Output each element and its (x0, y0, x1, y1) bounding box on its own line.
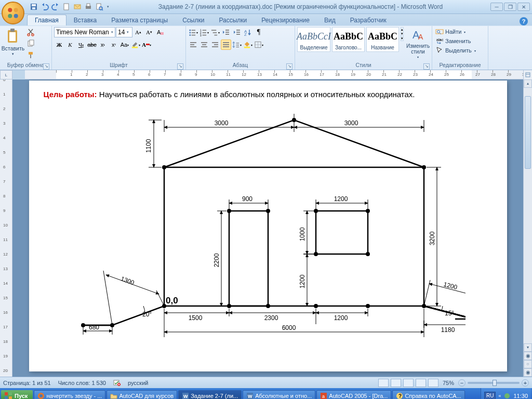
replace-button[interactable]: abacЗаменить (434, 36, 472, 46)
font-launcher[interactable]: ↘ (177, 63, 183, 70)
view-print-layout[interactable] (378, 379, 389, 387)
style-title[interactable]: AaBbCНазвание (366, 27, 399, 52)
change-case-button[interactable]: Aa▾ (119, 39, 130, 50)
tab-layout[interactable]: Разметка страницы (104, 15, 175, 25)
taskbar-folder[interactable]: AutoCAD для курсов (107, 390, 177, 400)
line-spacing-button[interactable]: ▾ (232, 39, 242, 50)
taskbar-firefox[interactable]: начертить звезду - ... (34, 390, 105, 400)
scroll-down-button[interactable]: ▾ (524, 343, 532, 352)
clear-formatting-button[interactable]: A (155, 27, 165, 37)
shrink-font-button[interactable]: A▾ (144, 27, 154, 37)
minimize-button[interactable]: ─ (490, 3, 503, 11)
highlight-button[interactable]: ▾ (130, 39, 141, 50)
zoom-slider-knob[interactable] (493, 380, 497, 386)
qat-email-button[interactable] (73, 2, 82, 11)
status-words[interactable]: Число слов: 1 530 (58, 380, 106, 386)
zoom-slider[interactable] (468, 382, 520, 384)
numbering-button[interactable]: 123▾ (199, 27, 209, 37)
redo-button[interactable] (51, 2, 60, 11)
tab-developer[interactable]: Разработчик (343, 15, 394, 25)
bold-button[interactable]: Ж (54, 39, 64, 50)
style-emphasis[interactable]: AaBbCcIВыделение (297, 27, 330, 52)
font-size-combo[interactable]: 14▾ (116, 27, 132, 37)
shading-button[interactable]: ▾ (243, 39, 253, 50)
ruler-corner[interactable]: L (0, 70, 12, 79)
font-color-button[interactable]: A▾ (141, 39, 152, 50)
tab-mailings[interactable]: Рассылки (211, 15, 254, 25)
style-heading[interactable]: AaBbCЗаголово... (332, 27, 365, 52)
office-button[interactable] (2, 2, 24, 24)
view-web-layout[interactable] (403, 379, 414, 387)
change-styles-button[interactable]: AA Изменить стили▾ (405, 27, 431, 60)
qat-new-button[interactable] (62, 2, 71, 11)
view-draft[interactable] (428, 379, 438, 387)
tab-insert[interactable]: Вставка (66, 15, 104, 25)
select-button[interactable]: Выделить▾ (434, 46, 477, 55)
scroll-up-button[interactable]: ▴ (524, 79, 532, 88)
scroll-thumb[interactable] (525, 96, 531, 169)
taskbar-autocad[interactable]: aAutoCAD 2005 - [Dra... (316, 390, 391, 400)
language-indicator[interactable]: RU (484, 392, 496, 399)
tray-icon[interactable] (503, 392, 511, 400)
next-page-button[interactable]: ◉ (524, 368, 532, 377)
vertical-scrollbar[interactable]: ▴ ▾ ◉ ○ ◉ (523, 79, 532, 377)
decrease-indent-button[interactable] (221, 27, 231, 37)
find-button[interactable]: Найти▾ (434, 27, 467, 36)
styles-gallery-more[interactable]: ▴▾▾ (401, 27, 404, 41)
underline-button[interactable]: Ч▾ (76, 39, 86, 50)
tab-home[interactable]: Главная (27, 15, 66, 25)
status-page[interactable]: Страница: 1 из 51 (3, 380, 51, 386)
format-painter-button[interactable] (25, 50, 36, 60)
zoom-in-button[interactable]: + (522, 379, 529, 387)
paste-button[interactable]: Вставить ▾ (2, 27, 24, 57)
view-full-screen[interactable] (391, 379, 401, 387)
show-marks-button[interactable]: ¶ (254, 27, 264, 37)
subscript-button[interactable]: x₂ (98, 39, 108, 50)
zoom-out-button[interactable]: − (458, 379, 466, 387)
cut-button[interactable] (25, 27, 36, 37)
borders-button[interactable]: ▾ (254, 39, 264, 50)
close-button[interactable]: ✕ (517, 3, 530, 11)
undo-button[interactable] (40, 2, 49, 11)
start-button[interactable]: Пуск (1, 390, 33, 400)
status-language[interactable]: русский (128, 380, 148, 386)
copy-button[interactable] (25, 38, 36, 49)
qat-preview-button[interactable] (95, 2, 104, 11)
view-outline[interactable] (416, 379, 426, 387)
taskbar-word-active[interactable]: WЗадание 2-7 (ли... (178, 390, 242, 400)
sort-button[interactable]: AZ (243, 27, 253, 37)
tab-view[interactable]: Вид (317, 15, 343, 25)
qat-quickprint-button[interactable] (84, 2, 93, 11)
paragraph-launcher[interactable]: ↘ (286, 63, 292, 70)
help-icon[interactable]: ? (520, 17, 528, 25)
prev-page-button[interactable]: ◉ (524, 352, 532, 360)
increase-indent-button[interactable] (232, 27, 242, 37)
qat-dropdown[interactable]: ▾ (105, 2, 111, 11)
styles-launcher[interactable]: ↘ (423, 63, 430, 70)
zoom-value[interactable]: 75% (443, 380, 454, 386)
grow-font-button[interactable]: A▴ (133, 27, 143, 37)
tray-expand[interactable]: « (498, 393, 501, 398)
strikethrough-button[interactable]: abc (87, 39, 97, 50)
restore-button[interactable]: ❐ (504, 3, 516, 11)
align-right-button[interactable] (210, 39, 220, 50)
align-left-button[interactable] (188, 39, 198, 50)
taskbar-word2[interactable]: WАбсолютные и отно... (243, 390, 315, 400)
justify-button[interactable] (221, 39, 231, 50)
save-button[interactable] (29, 2, 38, 11)
align-center-button[interactable] (199, 39, 209, 50)
clipboard-launcher[interactable]: ↘ (43, 63, 49, 70)
bullets-button[interactable]: ▾ (188, 27, 198, 37)
multilevel-list-button[interactable]: ▾ (210, 27, 220, 37)
superscript-button[interactable]: x² (109, 39, 119, 50)
font-name-combo[interactable]: Times New Roman▾ (54, 27, 115, 37)
ruler-toggle[interactable] (523, 70, 532, 79)
horizontal-ruler[interactable]: 1234567891011121314151617181920212223242… (25, 70, 523, 79)
taskbar-help[interactable]: ?Справка по AutoCA... (392, 390, 464, 400)
browse-object-button[interactable]: ○ (524, 360, 532, 368)
tab-references[interactable]: Ссылки (175, 15, 211, 25)
status-proofing[interactable] (113, 379, 121, 387)
clock[interactable]: 11:30 (513, 393, 528, 399)
tab-review[interactable]: Рецензирование (254, 15, 317, 25)
vertical-ruler[interactable]: 012345678910111213141516171819202122 (0, 79, 12, 377)
